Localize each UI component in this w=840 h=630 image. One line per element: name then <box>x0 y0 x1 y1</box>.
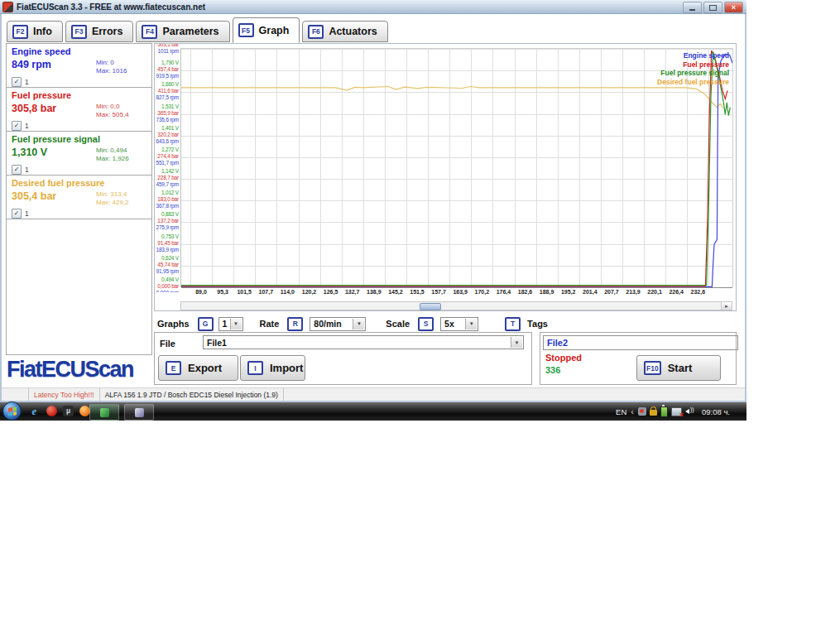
y-label-volt: 0,883 V <box>156 211 179 218</box>
sample-count: 336 <box>545 365 560 375</box>
recording-status: Stopped <box>545 353 582 363</box>
y-label-volt: 1,012 V <box>156 190 179 196</box>
export-key-badge: E <box>166 361 181 375</box>
param-checkbox[interactable]: ✓ <box>12 77 22 87</box>
rate-select[interactable]: 80/min ▼ <box>310 317 366 331</box>
dropdown-arrow-icon[interactable]: ▼ <box>230 319 242 329</box>
graph-scrollbar[interactable]: ► <box>180 301 732 310</box>
dropdown-arrow-icon[interactable]: ▼ <box>353 319 364 329</box>
x-tick-label: 151,5 <box>410 289 425 295</box>
opera-icon[interactable] <box>46 406 57 416</box>
param-min: Min: 313,4 <box>96 190 147 199</box>
rate-select-value: 80/min <box>314 319 341 329</box>
legend-desired-fuel-pressure: Desired fuel pressure <box>657 78 729 87</box>
y-label-rpm: 919,5 rpm <box>156 73 179 79</box>
scrollbar-thumb[interactable] <box>420 303 441 310</box>
graph-panel: 503,1 bar1011 rpm1,790 V457,4 bar919,5 r… <box>154 43 737 311</box>
volume-icon[interactable] <box>685 407 695 416</box>
x-tick-label: 120,2 <box>302 289 317 295</box>
utorrent-icon[interactable] <box>63 406 74 416</box>
graph-controls: Graphs G 1 ▼ Rate R 80/min ▼ Scale S 5x … <box>157 315 548 332</box>
param-checkbox[interactable]: ✓ <box>12 209 22 219</box>
start-menu-button[interactable] <box>2 402 22 421</box>
import-button[interactable]: I Import <box>240 355 305 381</box>
minimize-button[interactable] <box>683 2 702 13</box>
x-tick-label: 226,4 <box>669 289 684 295</box>
session-groupbox: File2 Stopped 336 F10 Start <box>540 332 737 385</box>
param-checkbox[interactable]: ✓ <box>12 165 22 175</box>
close-button[interactable]: × <box>724 2 743 13</box>
param-card-desired-fuel-pressure: Desired fuel pressure305,4 barMin: 313,4… <box>7 176 151 219</box>
param-value: 305,8 bar <box>12 103 56 118</box>
y-label-bar: 137,2 bar <box>156 218 179 224</box>
language-indicator[interactable]: EN <box>616 407 626 416</box>
status-cell-empty <box>2 388 29 401</box>
restore-button[interactable] <box>703 2 722 13</box>
y-label-bar: 0,000 bar <box>156 283 179 290</box>
dropdown-arrow-icon[interactable]: ▼ <box>511 337 522 348</box>
export-button[interactable]: E Export <box>158 355 238 381</box>
start-button[interactable]: F10 Start <box>636 355 721 381</box>
status-bar: Latency Too High!!! ALFA 156 1.9 JTD / B… <box>2 387 745 401</box>
file2-field[interactable]: File2 <box>543 335 738 350</box>
x-tick-label: 114,0 <box>281 289 295 295</box>
y-label-volt: 0,494 V <box>156 277 179 283</box>
tab-actuators[interactable]: F6Actuators <box>302 21 387 42</box>
x-tick-label: 232,6 <box>691 289 706 295</box>
y-label-rpm: 551,7 rpm <box>156 160 179 166</box>
key-badge-f4: F4 <box>142 25 157 39</box>
taskbar: EN ‹ 09:08 ч. <box>0 402 746 421</box>
taskbar-clock[interactable]: 09:08 ч. <box>702 407 730 416</box>
y-label-bar: 45,74 bar <box>156 262 179 268</box>
legend-fuel-pressure: Fuel pressure <box>657 60 729 70</box>
x-tick-label: 188,9 <box>540 289 554 295</box>
ie-icon[interactable] <box>28 405 41 417</box>
scrollbar-right-arrow-icon[interactable]: ► <box>721 302 732 310</box>
window-titlebar: FiatECUScan 3.3 - FREE at www.fiatecusca… <box>0 0 746 14</box>
scale-select[interactable]: 5x ▼ <box>440 317 478 331</box>
x-tick-label: 157,7 <box>431 289 446 295</box>
x-tick-label: 220,1 <box>647 289 662 295</box>
y-label-bar: 365,9 bar <box>156 110 179 117</box>
x-tick-label: 126,5 <box>324 289 338 295</box>
key-badge-f3: F3 <box>71 25 87 39</box>
taskbar-app-2[interactable] <box>124 404 154 421</box>
param-card-fuel-pressure: Fuel pressure305,8 barMin: 0,0Max: 505,4… <box>7 88 151 132</box>
tab-graph[interactable]: F5Graph <box>233 17 300 43</box>
tab-label: Actuators <box>329 26 377 37</box>
y-label-bar: 411,6 bar <box>156 88 179 94</box>
network-icon[interactable] <box>671 407 682 416</box>
battery-icon[interactable] <box>660 406 668 417</box>
y-label-bar: 91,45 bar <box>156 240 179 247</box>
parameters-panel: Engine speed849 rpmMin: 0Max: 1016✓1Fuel… <box>6 43 152 355</box>
param-max: Max: 505,4 <box>96 111 147 119</box>
param-checkbox[interactable]: ✓ <box>12 121 22 131</box>
y-tick-group: 1,012 V183,0 bar367,8 rpm <box>156 190 179 209</box>
y-label-rpm: 91,95 rpm <box>156 268 179 275</box>
tab-label: Info <box>33 26 52 37</box>
param-name: Engine speed <box>12 46 147 56</box>
graphs-label: Graphs <box>157 319 190 329</box>
param-min-max: Min: 0,494Max: 1,926 <box>96 147 147 162</box>
graph-curves <box>181 49 732 287</box>
tray-chevron-icon[interactable]: ‹ <box>631 406 634 416</box>
lock-icon[interactable] <box>650 410 657 416</box>
x-tick-label: 170,2 <box>475 289 490 295</box>
dropdown-arrow-icon[interactable]: ▼ <box>465 319 477 329</box>
tab-label: Graph <box>259 25 290 36</box>
y-label-rpm: 1011 rpm <box>157 48 179 55</box>
param-min: Min: 0,0 <box>96 103 147 111</box>
taskbar-app-fiatecuscan[interactable] <box>89 404 119 421</box>
y-tick-group: 1,401 V320,2 bar643,6 rpm <box>156 125 179 145</box>
desktop: FiatECUScan 3.3 - FREE at www.fiatecusca… <box>0 0 840 630</box>
tray-icons <box>638 406 695 417</box>
file-select[interactable]: File1 ▼ <box>203 335 524 349</box>
shield-icon[interactable] <box>638 407 646 416</box>
tab-info[interactable]: F2Info <box>7 21 63 42</box>
tab-parameters[interactable]: F4Parameters <box>136 21 229 42</box>
x-tick-label: 95,3 <box>217 289 228 295</box>
curve-fuel-pressure <box>181 50 727 286</box>
tab-errors[interactable]: F3Errors <box>65 21 134 42</box>
graphs-select[interactable]: 1 ▼ <box>218 317 243 331</box>
start-button-label: Start <box>668 362 693 374</box>
